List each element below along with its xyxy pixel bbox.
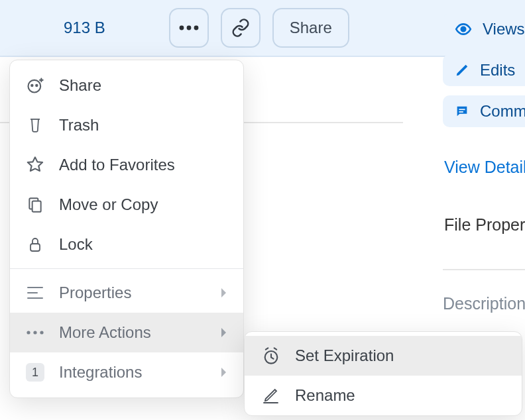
svg-point-7	[31, 85, 32, 86]
link-icon	[231, 18, 251, 38]
pencil-icon	[455, 63, 469, 78]
menu-item-label: Move or Copy	[59, 195, 227, 214]
submenu-item-rename[interactable]: Rename	[245, 376, 522, 415]
svg-point-18	[33, 331, 36, 334]
chevron-right-icon	[221, 367, 227, 378]
file-size-label: 913 B	[64, 19, 105, 37]
menu-item-label: Integrations	[59, 363, 206, 382]
menu-item-lock[interactable]: Lock	[10, 225, 243, 264]
menu-item-move-copy[interactable]: Move or Copy	[10, 185, 243, 225]
menu-separator	[10, 268, 243, 269]
context-menu: Share Trash Add to Favorites Move or Cop…	[9, 60, 244, 398]
more-actions-button[interactable]	[169, 8, 209, 48]
more-icon	[27, 331, 44, 335]
list-icon	[27, 286, 44, 300]
divider	[443, 269, 525, 270]
views-label: Views	[483, 20, 525, 38]
views-stat[interactable]: Views	[443, 13, 525, 45]
svg-line-24	[274, 348, 277, 349]
menu-item-label: Trash	[59, 116, 227, 134]
menu-item-integrations[interactable]: 1 Integrations	[10, 352, 243, 392]
svg-rect-5	[459, 111, 463, 113]
comments-label: Comments	[480, 102, 525, 121]
more-icon	[179, 25, 199, 30]
menu-item-trash[interactable]: Trash	[10, 105, 243, 145]
menu-item-favorites[interactable]: Add to Favorites	[10, 145, 243, 185]
share-button-label: Share	[290, 19, 332, 37]
svg-rect-4	[459, 109, 465, 110]
svg-point-17	[27, 331, 30, 334]
svg-line-23	[266, 348, 268, 349]
menu-item-label: Properties	[59, 284, 206, 302]
svg-line-22	[271, 357, 274, 358]
copy-link-button[interactable]	[221, 8, 261, 48]
eye-icon	[455, 21, 472, 38]
lock-icon	[27, 236, 43, 253]
submenu-item-set-expiration[interactable]: Set Expiration	[245, 336, 522, 376]
submenu-item-label: Rename	[295, 386, 355, 405]
clock-icon	[262, 346, 280, 365]
share-button[interactable]: Share	[272, 8, 349, 48]
menu-item-label: More Actions	[59, 323, 206, 342]
svg-point-1	[186, 26, 191, 30]
more-actions-submenu: Set Expiration Rename	[244, 331, 522, 416]
view-details-link[interactable]: View Details	[444, 158, 525, 177]
svg-point-19	[40, 331, 43, 334]
svg-point-8	[36, 85, 37, 86]
trash-icon	[27, 117, 43, 134]
chevron-right-icon	[221, 327, 227, 338]
rename-icon	[262, 387, 280, 404]
edits-stat[interactable]: Edits	[443, 54, 525, 86]
description-label: Description	[443, 294, 525, 313]
svg-rect-13	[30, 244, 40, 251]
comments-stat[interactable]: Comments	[443, 95, 525, 127]
menu-item-label: Share	[59, 76, 227, 95]
menu-item-label: Add to Favorites	[59, 156, 227, 174]
copy-icon	[27, 196, 44, 213]
menu-item-properties[interactable]: Properties	[10, 273, 243, 313]
stats-column: Views Edits Comments View Details File P…	[443, 13, 525, 235]
submenu-item-label: Set Expiration	[295, 346, 394, 365]
svg-point-3	[461, 27, 466, 32]
svg-point-0	[179, 26, 184, 30]
chevron-right-icon	[221, 288, 227, 298]
share-add-icon	[26, 76, 44, 95]
svg-rect-12	[32, 201, 41, 212]
menu-item-more-actions[interactable]: More Actions	[10, 313, 243, 352]
file-properties-heading: File Properties	[444, 215, 525, 235]
menu-item-share[interactable]: Share	[10, 66, 243, 105]
edits-label: Edits	[480, 61, 515, 79]
svg-point-6	[29, 80, 41, 93]
svg-point-2	[194, 26, 198, 30]
star-icon	[26, 156, 44, 174]
comment-icon	[455, 104, 469, 119]
integrations-count-badge: 1	[26, 363, 44, 382]
menu-item-label: Lock	[59, 235, 227, 254]
